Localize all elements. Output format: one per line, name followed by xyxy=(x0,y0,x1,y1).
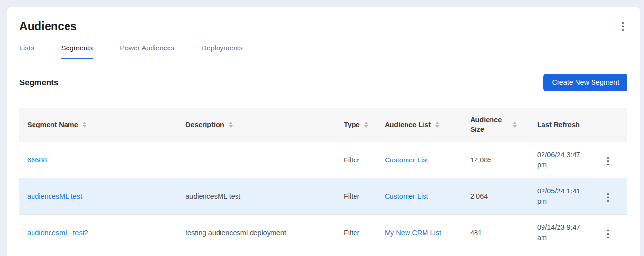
row-actions-cell xyxy=(603,142,627,178)
column-header-label: Audience Size xyxy=(470,115,502,134)
table-header-row: Segment NameDescriptionTypeAudience List… xyxy=(19,108,627,142)
segment-name-link[interactable]: audiencesml - test2 xyxy=(27,229,88,237)
column-header-inner: Last Refresh xyxy=(537,121,603,128)
table-header: Segment NameDescriptionTypeAudience List… xyxy=(19,108,627,142)
column-header-inner: Type xyxy=(344,121,385,128)
row-menu-kebab-icon[interactable] xyxy=(603,191,612,204)
audience-list-link[interactable]: My New CRM List xyxy=(385,229,441,237)
column-header-actions xyxy=(603,108,627,142)
tab-label: Power Audiences xyxy=(120,44,174,52)
type-cell: Filter xyxy=(344,214,385,251)
tab-power-audiences[interactable]: Power Audiences xyxy=(120,44,174,59)
segments-table: Segment NameDescriptionTypeAudience List… xyxy=(19,108,627,251)
segment-name-link[interactable]: audiencesML test xyxy=(27,192,82,200)
page: { "page": { "title": "Audiences", "backg… xyxy=(0,0,644,256)
type-text: Filter xyxy=(344,192,359,200)
tab-label: Lists xyxy=(19,44,34,52)
segment-name-cell: audiencesML test xyxy=(19,178,186,214)
audience-size-cell: 481 xyxy=(470,214,537,251)
sort-icon[interactable] xyxy=(435,122,439,128)
description-cell: testing audiencesml deployment xyxy=(186,214,344,251)
table-row: audiencesML testaudiencesML testFilterCu… xyxy=(19,178,627,214)
column-header-audience-list[interactable]: Audience List xyxy=(385,108,470,142)
row-menu-kebab-icon[interactable] xyxy=(603,155,612,168)
column-header-last-refresh: Last Refresh xyxy=(537,108,603,142)
segment-name-cell: audiencesml - test2 xyxy=(19,214,186,251)
audience-size-cell: 2,064 xyxy=(470,178,537,214)
column-header-inner: Audience List xyxy=(385,121,470,128)
row-menu-kebab-icon[interactable] xyxy=(603,227,612,240)
card-body: Segments Create New Segment Segment Name… xyxy=(7,74,640,251)
sort-icon[interactable] xyxy=(513,122,517,128)
last-refresh-cell: 09/14/23 9:47 am xyxy=(537,214,603,251)
sort-icon[interactable] xyxy=(229,122,233,128)
sort-icon[interactable] xyxy=(83,122,86,128)
segment-name-cell: 66688 xyxy=(19,142,186,178)
audience-list-cell: Customer List xyxy=(385,142,470,178)
last-refresh-text: 09/14/23 9:47 am xyxy=(537,223,588,243)
sort-icon[interactable] xyxy=(364,122,368,128)
tab-label: Segments xyxy=(61,44,93,52)
row-actions-cell xyxy=(603,178,627,214)
type-cell: Filter xyxy=(344,178,385,214)
row-actions-cell xyxy=(603,214,627,251)
tab-lists[interactable]: Lists xyxy=(19,44,34,59)
last-refresh-text: 02/06/24 3:47 pm xyxy=(537,150,588,170)
audiences-card: Audiences ListsSegmentsPower AudiencesDe… xyxy=(7,7,640,256)
column-header-audience-size[interactable]: Audience Size xyxy=(470,108,537,142)
description-text: testing audiencesml deployment xyxy=(186,229,286,237)
table-body: 66688FilterCustomer List12,08502/06/24 3… xyxy=(19,142,627,251)
page-menu-kebab-icon[interactable] xyxy=(618,20,627,33)
page-title: Audiences xyxy=(19,20,77,33)
type-text: Filter xyxy=(344,156,359,164)
section-header-row: Segments Create New Segment xyxy=(19,74,627,91)
audience-size-text: 2,064 xyxy=(470,192,488,200)
description-cell xyxy=(186,142,344,178)
description-cell: audiencesML test xyxy=(186,178,344,214)
column-header-inner: Audience Size xyxy=(470,115,537,134)
column-header-label: Type xyxy=(344,121,360,128)
section-title: Segments xyxy=(19,78,58,87)
column-header-type[interactable]: Type xyxy=(344,108,385,142)
last-refresh-cell: 02/06/24 3:47 pm xyxy=(537,142,603,178)
column-header-label: Audience List xyxy=(385,121,431,128)
column-header-segment-name[interactable]: Segment Name xyxy=(19,108,186,142)
column-header-inner: Segment Name xyxy=(27,121,186,128)
column-header-description[interactable]: Description xyxy=(186,108,344,142)
column-header-label: Segment Name xyxy=(27,121,78,128)
audience-list-cell: Customer List xyxy=(385,178,470,214)
audience-list-cell: My New CRM List xyxy=(385,214,470,251)
tab-deployments[interactable]: Deployments xyxy=(202,44,243,59)
audience-list-link[interactable]: Customer List xyxy=(385,192,428,200)
column-header-label: Description xyxy=(186,121,224,128)
type-text: Filter xyxy=(344,229,359,237)
audience-size-text: 12,085 xyxy=(470,156,491,164)
segment-name-link[interactable]: 66688 xyxy=(27,156,47,164)
tab-segments[interactable]: Segments xyxy=(61,44,93,59)
title-row: Audiences xyxy=(19,20,627,33)
tab-label: Deployments xyxy=(202,44,243,52)
type-cell: Filter xyxy=(344,142,385,178)
table-row: audiencesml - test2testing audiencesml d… xyxy=(19,214,627,251)
table-row: 66688FilterCustomer List12,08502/06/24 3… xyxy=(19,142,627,178)
audience-list-link[interactable]: Customer List xyxy=(385,156,428,164)
last-refresh-cell: 02/05/24 1:41 pm xyxy=(537,178,603,214)
column-header-label: Last Refresh xyxy=(537,121,580,128)
last-refresh-text: 02/05/24 1:41 pm xyxy=(537,186,588,207)
audience-size-text: 481 xyxy=(470,229,482,237)
card-header: Audiences ListsSegmentsPower AudiencesDe… xyxy=(7,7,640,59)
audience-size-cell: 12,085 xyxy=(470,142,537,178)
create-new-segment-button[interactable]: Create New Segment xyxy=(543,74,627,91)
tab-bar: ListsSegmentsPower AudiencesDeployments xyxy=(19,44,627,59)
description-text: audiencesML test xyxy=(186,192,240,200)
column-header-inner: Description xyxy=(186,121,344,128)
